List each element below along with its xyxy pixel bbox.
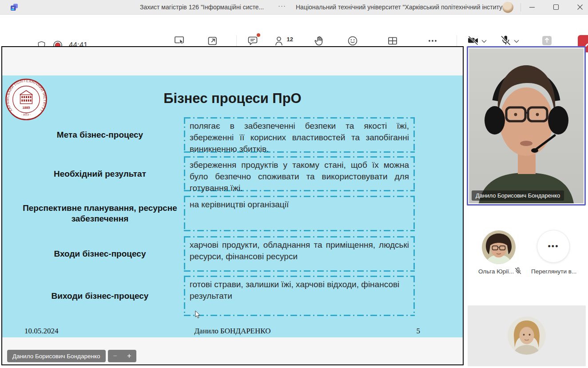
row-label-result: Необхідний результат — [22, 156, 178, 191]
view-grid-icon — [387, 35, 398, 47]
row-box-planning: на керівництві організації — [184, 196, 415, 231]
participants-icon — [274, 35, 285, 47]
slide-author: Данило БОНДАРЕНКО — [2, 327, 463, 336]
unpin-icon — [207, 35, 219, 47]
maximize-icon — [553, 4, 559, 10]
ellipsis-icon: ••• — [548, 242, 559, 251]
more-participants-button[interactable]: ••• — [537, 230, 570, 263]
screen-share-icon — [174, 35, 186, 47]
meeting-toolbar: 44:41 Почати Відкріпити Чат — [0, 15, 588, 44]
chat-icon — [247, 35, 258, 47]
close-icon — [577, 4, 583, 10]
react-smiley-icon — [347, 35, 358, 47]
share-icon — [541, 35, 552, 46]
presentation-slide: ХАРКІВСЬКИЙ ПОЛІТЕХНІЧНИЙ ІНСТИТУТ 1885 … — [2, 75, 463, 337]
teams-meeting-window: T Захист магістрів 126 "Інформаційні сис… — [0, 0, 588, 368]
camera-chevron-icon[interactable] — [481, 40, 487, 43]
meeting-title: Захист магістрів 126 "Інформаційні систе… — [140, 4, 264, 11]
maximize-button[interactable] — [547, 0, 565, 14]
minimize-button[interactable] — [523, 0, 541, 14]
chat-notification-badge — [257, 33, 260, 37]
row-box-outputs: готові страви, залишки їжі, харчові відх… — [184, 276, 415, 316]
titlebar-divider — [520, 3, 521, 12]
participant-avatar-olga[interactable] — [482, 230, 516, 264]
row-label-planning: Перспективне планування, ресурсне забезп… — [22, 196, 178, 231]
presenter-name-pill: Данило Борисович Бондаренко — [7, 350, 106, 362]
minimize-icon — [529, 4, 535, 10]
zoom-out-button[interactable]: − — [113, 352, 117, 360]
view-more-label[interactable]: Переглянути в... — [531, 268, 576, 275]
row-box-result: збереження продуктів у такому стані, щоб… — [184, 156, 415, 191]
speaker-name-label: Данило Борисович Бондаренко — [472, 190, 564, 201]
organization-title: Національний технічний університет "Харк… — [296, 4, 507, 11]
participant-video-tile[interactable] — [468, 305, 586, 366]
more-dots-icon — [427, 35, 438, 47]
slide-page-number: 5 — [417, 327, 421, 336]
row-box-inputs: харчові продукти, обладнання та приміщен… — [184, 236, 415, 272]
row-label-inputs: Входи бізнес-процесу — [22, 236, 178, 272]
titlebar-more-menu[interactable]: ··· — [278, 2, 286, 9]
blonde-avatar-image — [508, 317, 546, 355]
seal-ntu: · НТУ · — [21, 113, 31, 116]
row-label-outputs: Виходи бізнес-процесу — [22, 276, 178, 316]
teams-logo-icon: T — [10, 3, 19, 12]
participant-name-olga: Ольга Юрії... — [478, 268, 514, 275]
raise-hand-icon — [314, 35, 325, 47]
active-speaker-video[interactable]: Данило Борисович Бондаренко — [467, 46, 586, 206]
mic-off-icon — [500, 35, 512, 47]
shared-screen-region: ХАРКІВСЬКИЙ ПОЛІТЕХНІЧНИЙ ІНСТИТУТ 1885 … — [1, 46, 464, 365]
mic-chevron-icon[interactable] — [514, 40, 519, 43]
close-button[interactable] — [571, 0, 588, 14]
titlebar: T Захист магістрів 126 "Інформаційні сис… — [0, 0, 588, 15]
zoom-in-button[interactable]: + — [127, 352, 131, 360]
user-avatar[interactable] — [502, 2, 513, 13]
speaker-video-feed — [469, 48, 584, 203]
slide-title: Бізнес процеси ПрО — [2, 91, 463, 107]
presenter-name: Данило Борисович Бондаренко — [12, 353, 100, 360]
zoom-control: − + — [108, 350, 136, 362]
camera-off-icon — [467, 35, 479, 47]
row-box-meta: полягає в забезпеченні безпеки та якості… — [184, 117, 415, 153]
olga-avatar-image — [482, 230, 516, 264]
row-label-meta: Мета бізнес-процесу — [22, 117, 178, 153]
participant-avatar-blonde — [508, 317, 546, 355]
participants-count: 12 — [286, 36, 293, 43]
participant-mic-off-icon — [514, 267, 522, 275]
mouse-cursor — [195, 311, 202, 319]
